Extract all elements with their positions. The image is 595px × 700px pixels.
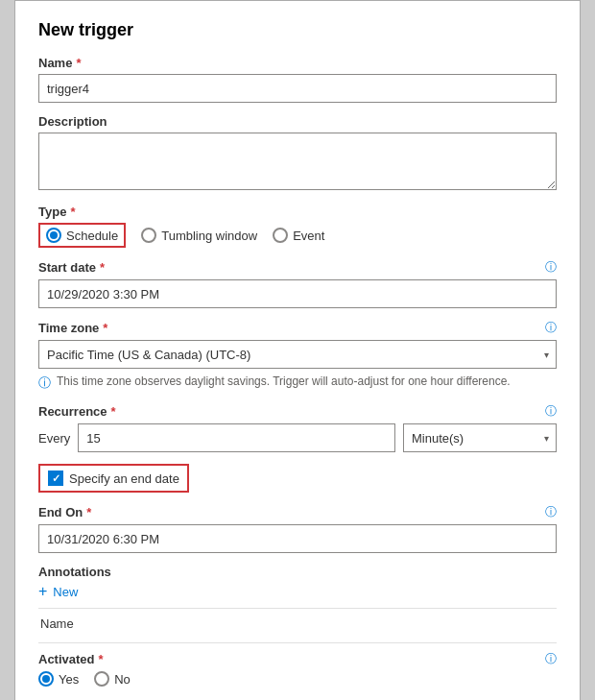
- description-field-group: Description: [38, 114, 557, 193]
- activated-label: Activated *: [38, 652, 104, 666]
- activated-divider: [38, 642, 557, 643]
- start-date-input[interactable]: [38, 279, 557, 308]
- description-input[interactable]: [38, 133, 557, 190]
- type-label: Type *: [38, 205, 557, 219]
- schedule-label: Schedule: [66, 229, 118, 243]
- activated-field-group: Activated * ⓘ Yes No: [38, 651, 557, 687]
- recurrence-input-wrapper: [78, 423, 395, 452]
- end-on-label: End On *: [38, 505, 91, 519]
- start-date-info-icon[interactable]: ⓘ: [545, 259, 557, 276]
- recurrence-required: *: [111, 404, 116, 419]
- time-zone-select[interactable]: Pacific Time (US & Canada) (UTC-8): [38, 340, 557, 369]
- time-zone-note-text: This time zone observes daylight savings…: [57, 374, 511, 388]
- recurrence-value-input[interactable]: [78, 423, 395, 452]
- end-on-required: *: [86, 505, 91, 519]
- type-option-schedule[interactable]: Schedule: [38, 223, 126, 248]
- end-on-label-row: End On * ⓘ: [38, 504, 557, 520]
- activated-options-row: Yes No: [38, 671, 557, 687]
- activated-no-label: No: [114, 672, 131, 687]
- name-input[interactable]: [38, 74, 557, 103]
- tumbling-radio-circle: [141, 228, 156, 243]
- recurrence-row: Every Minute(s) ▾: [38, 423, 557, 452]
- tumbling-label: Tumbling window: [161, 229, 257, 243]
- description-label: Description: [38, 114, 557, 129]
- specify-end-date-checkbox-wrapper[interactable]: ✓ Specify an end date: [38, 464, 189, 493]
- time-zone-required: *: [103, 321, 107, 335]
- recurrence-unit-select-wrapper: Minute(s) ▾: [403, 423, 557, 452]
- specify-end-date-label: Specify an end date: [69, 471, 179, 486]
- type-option-tumbling[interactable]: Tumbling window: [141, 228, 257, 243]
- end-on-input[interactable]: [38, 524, 557, 553]
- specify-end-date-group: ✓ Specify an end date: [38, 464, 557, 493]
- activated-yes-label: Yes: [59, 672, 79, 687]
- event-radio-circle: [273, 228, 288, 243]
- activated-no-radio-circle: [94, 671, 109, 687]
- activated-no-option[interactable]: No: [94, 671, 131, 687]
- recurrence-unit-select[interactable]: Minute(s): [403, 423, 557, 452]
- recurrence-every-label: Every: [38, 431, 70, 446]
- time-zone-note: ⓘ This time zone observes daylight savin…: [38, 374, 557, 392]
- end-on-info-icon[interactable]: ⓘ: [545, 504, 557, 520]
- add-annotation-plus-icon: +: [38, 583, 47, 600]
- new-trigger-dialog: New trigger Name * Description Type * Sc…: [14, 0, 581, 700]
- time-zone-info-icon[interactable]: ⓘ: [545, 320, 557, 336]
- add-annotation-button[interactable]: + New: [38, 583, 557, 600]
- recurrence-field-group: Recurrence * ⓘ Every Minute(s) ▾: [38, 403, 557, 452]
- name-field-group: Name *: [38, 56, 557, 103]
- type-options-row: Schedule Tumbling window Event: [38, 223, 557, 248]
- dialog-title: New trigger: [38, 20, 557, 40]
- name-label: Name *: [38, 56, 557, 70]
- activated-required: *: [99, 652, 104, 666]
- annotations-label: Annotations: [38, 565, 557, 579]
- type-required: *: [70, 205, 75, 219]
- annotations-divider: [38, 608, 557, 609]
- end-on-field-group: End On * ⓘ: [38, 504, 557, 553]
- start-date-field-group: Start date * ⓘ: [38, 259, 557, 308]
- annotations-section: Annotations + New Name: [38, 565, 557, 631]
- start-date-label: Start date *: [38, 260, 105, 275]
- activated-info-icon[interactable]: ⓘ: [545, 651, 557, 667]
- time-zone-field-group: Time zone * ⓘ Pacific Time (US & Canada)…: [38, 320, 557, 392]
- time-zone-label: Time zone *: [38, 321, 107, 335]
- start-date-label-row: Start date * ⓘ: [38, 259, 557, 276]
- checkbox-check-icon: ✓: [52, 472, 60, 485]
- schedule-radio-circle: [46, 228, 61, 243]
- start-date-required: *: [100, 260, 105, 275]
- add-annotation-label: New: [53, 585, 78, 599]
- event-label: Event: [293, 229, 324, 243]
- name-required: *: [76, 56, 81, 70]
- activated-yes-radio-circle: [38, 671, 54, 687]
- activated-label-row: Activated * ⓘ: [38, 651, 557, 667]
- specify-end-date-checkbox: ✓: [48, 471, 63, 486]
- recurrence-label: Recurrence *: [38, 404, 116, 419]
- type-option-event[interactable]: Event: [273, 228, 324, 243]
- recurrence-info-icon[interactable]: ⓘ: [545, 403, 557, 420]
- annotations-name-header: Name: [38, 616, 557, 631]
- time-zone-label-row: Time zone * ⓘ: [38, 320, 557, 336]
- time-zone-note-icon: ⓘ: [38, 374, 51, 392]
- activated-yes-option[interactable]: Yes: [38, 671, 79, 687]
- type-field-group: Type * Schedule Tumbling window Event: [38, 205, 557, 248]
- recurrence-label-row: Recurrence * ⓘ: [38, 403, 557, 420]
- time-zone-select-wrapper: Pacific Time (US & Canada) (UTC-8) ▾: [38, 340, 557, 369]
